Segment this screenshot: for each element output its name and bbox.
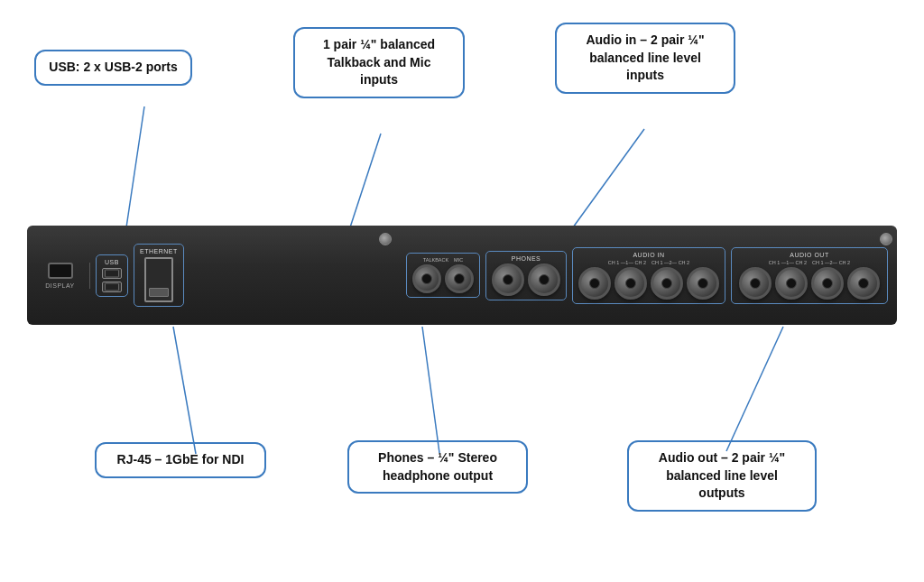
audio-in-jacks [578,267,719,300]
callout-usb: USB: 2 x USB-2 ports [34,50,192,86]
audio-in-jack-4 [687,267,719,300]
audio-out-jack-4 [847,267,880,300]
ethernet-port [144,257,173,302]
display-section: DISPLAY [36,263,90,289]
audio-out-section: AUDIO OUT CH 1 —1— CH 2 CH 1 —2— CH 2 [731,247,888,304]
phones-jack-1 [492,263,524,296]
talkback-jacks [412,264,474,293]
usb-ports [102,268,122,292]
screw-left [379,233,392,245]
svg-line-4 [422,327,439,453]
svg-line-2 [573,129,644,227]
callout-talkback: 1 pair ¼" balanced Talkback and Mic inpu… [293,27,465,98]
audio-in-jack-2 [614,267,647,300]
talkback-section: TALKBACK MIC [406,253,480,298]
talkback-sub-labels: TALKBACK MIC [423,257,463,263]
device-panel: DISPLAY USB ETHERNET TALKBACK MIC [27,226,897,325]
svg-line-0 [126,106,144,227]
audio-out-jack-2 [775,267,808,300]
display-port [48,263,73,279]
svg-line-5 [726,327,783,451]
phones-jacks [492,263,560,296]
talkback-label: TALKBACK [423,257,448,263]
audio-in-jack-1 [578,267,611,300]
audio-out-jacks [739,267,880,300]
callout-phones: Phones – ¼" Stereo headphone output [347,440,528,494]
phones-label: PHONES [512,255,541,262]
talkback-jack-1 [412,264,441,293]
usb-label: USB [105,259,119,265]
audio-out-label: AUDIO OUT [790,252,828,258]
ethernet-label: ETHERNET [140,248,178,254]
screw-right [880,233,892,245]
svg-line-3 [173,327,196,454]
ethernet-section: ETHERNET [134,244,184,307]
diagram-container: USB: 2 x USB-2 ports 1 pair ¼" balanced … [0,0,924,582]
display-label: DISPLAY [45,282,75,289]
phones-section: PHONES [485,251,567,300]
audio-in-label: AUDIO IN [633,252,664,258]
phones-jack-2 [528,263,560,296]
talkback-jack-2 [445,264,474,293]
usb-port-1 [102,268,122,279]
callout-rj45: RJ-45 – 1GbE for NDI [95,442,266,478]
audio-out-jack-1 [739,267,772,300]
audio-in-jack-3 [651,267,683,300]
audio-out-jack-3 [811,267,844,300]
audio-in-section: AUDIO IN CH 1 —1— CH 2 CH 1 —2— CH 2 [572,247,725,304]
svg-line-1 [350,134,381,227]
callout-audio-in: Audio in – 2 pair ¼" balanced line level… [555,23,735,94]
audio-in-sub-labels: CH 1 —1— CH 2 CH 1 —2— CH 2 [608,260,689,265]
audio-out-sub-labels: CH 1 —1— CH 2 CH 1 —2— CH 2 [769,260,850,265]
callout-audio-out: Audio out – 2 pair ¼" balanced line leve… [627,440,817,512]
usb-section: USB [96,254,128,297]
mic-label: MIC [454,257,463,263]
usb-port-2 [102,282,122,292]
